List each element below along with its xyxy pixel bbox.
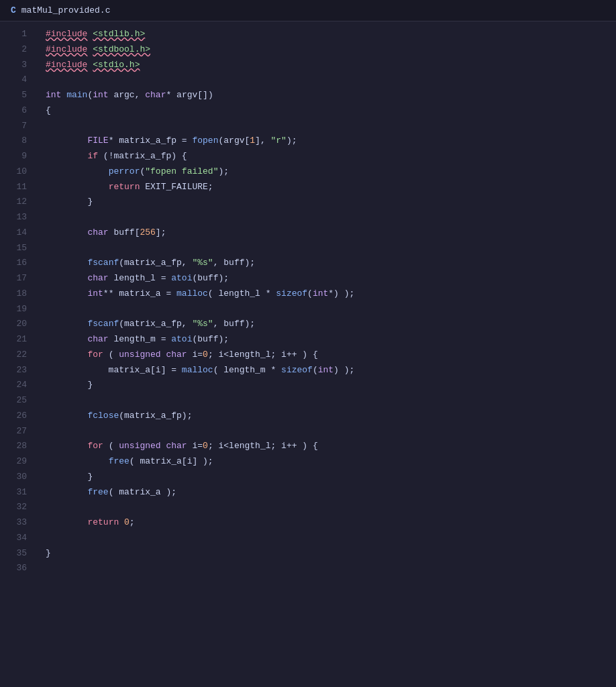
code-editor: 1 2 3 4 5 6 7 8 9 10 11 12 13 14 15 16 1… [0,21,616,582]
code-line-14: char buff[256]; [46,225,605,241]
line-num-3: 3 [8,58,27,73]
line-num-29: 29 [8,454,27,470]
line-num-33: 33 [8,515,27,531]
code-line-17: char length_l = atoi(buff); [46,271,605,286]
code-line-34 [46,531,605,546]
code-line-21: char length_m = atoi(buff); [46,332,605,348]
code-line-24: } [46,378,605,393]
code-line-27 [46,424,605,439]
line-num-13: 13 [8,210,27,225]
line-numbers-gutter: 1 2 3 4 5 6 7 8 9 10 11 12 13 14 15 16 1… [0,27,35,576]
code-line-6: { [46,103,605,119]
code-line-9: if (!matrix_a_fp) { [46,149,605,164]
line-num-2: 2 [8,42,27,58]
line-num-21: 21 [8,332,27,348]
line-num-22: 22 [8,348,27,363]
code-line-2: #include <stdbool.h> [46,42,605,58]
code-line-16: fscanf(matrix_a_fp, "%s", buff); [46,256,605,271]
code-line-15 [46,241,605,256]
code-line-8: FILE* matrix_a_fp = fopen(argv[1], "r"); [46,134,605,149]
code-line-26: fclose(matrix_a_fp); [46,409,605,424]
line-num-1: 1 [8,27,27,42]
line-num-24: 24 [8,378,27,393]
line-num-12: 12 [8,195,27,210]
code-line-1: #include <stdlib.h> [46,27,605,42]
line-num-36: 36 [8,561,27,576]
line-num-9: 9 [8,149,27,164]
code-line-31: free( matrix_a ); [46,485,605,500]
line-num-11: 11 [8,180,27,195]
line-num-10: 10 [8,164,27,180]
line-num-28: 28 [8,439,27,454]
line-num-27: 27 [8,424,27,439]
file-title: matMul_provided.c [21,5,111,15]
line-num-5: 5 [8,88,27,103]
line-num-31: 31 [8,485,27,500]
line-num-26: 26 [8,409,27,424]
code-line-23: matrix_a[i] = malloc( length_m * sizeof(… [46,363,605,378]
code-line-28: for ( unsigned char i=0; i<length_l; i++… [46,439,605,454]
line-num-18: 18 [8,286,27,302]
code-line-18: int** matrix_a = malloc( length_l * size… [46,286,605,302]
code-line-20: fscanf(matrix_a_fp, "%s", buff); [46,317,605,332]
line-num-19: 19 [8,302,27,317]
code-line-33: return 0; [46,515,605,531]
line-num-20: 20 [8,317,27,332]
code-line-12: } [46,195,605,210]
line-num-14: 14 [8,225,27,241]
code-line-7 [46,119,605,134]
line-num-35: 35 [8,546,27,562]
line-num-34: 34 [8,531,27,546]
code-line-30: } [46,470,605,485]
code-line-5: int main(int argc, char* argv[]) [46,88,605,103]
title-bar: C matMul_provided.c [0,0,616,21]
line-num-23: 23 [8,363,27,378]
line-num-25: 25 [8,393,27,409]
file-language-icon: C [11,5,16,15]
code-line-13 [46,210,605,225]
line-num-15: 15 [8,241,27,256]
code-line-11: return EXIT_FAILURE; [46,180,605,195]
line-num-4: 4 [8,72,27,88]
code-line-4 [46,72,605,88]
line-num-17: 17 [8,271,27,286]
line-num-32: 32 [8,500,27,515]
line-num-16: 16 [8,256,27,271]
code-line-35: } [46,546,605,562]
code-line-19 [46,302,605,317]
code-line-3: #include <stdio.h> [46,58,605,73]
code-line-32 [46,500,605,515]
code-line-25 [46,393,605,409]
code-line-22: for ( unsigned char i=0; i<length_l; i++… [46,348,605,363]
code-line-29: free( matrix_a[i] ); [46,454,605,470]
code-line-36 [46,561,605,576]
line-num-30: 30 [8,470,27,485]
code-line-10: perror("fopen failed"); [46,164,605,180]
code-content: #include <stdlib.h> #include <stdbool.h>… [35,27,616,576]
line-num-8: 8 [8,134,27,149]
line-num-7: 7 [8,119,27,134]
line-num-6: 6 [8,103,27,119]
